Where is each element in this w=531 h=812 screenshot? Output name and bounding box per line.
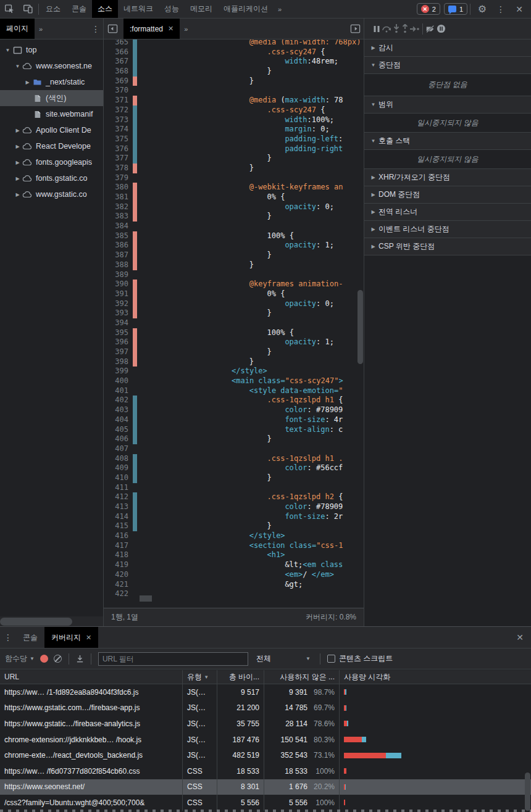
debugger-section-header[interactable]: ▶CSP 위반 중단점 [364,238,531,255]
line-number[interactable]: 398 [104,357,128,367]
tab-performance[interactable]: 성능 [159,0,185,18]
debugger-section-header[interactable]: ▼호출 스택 [364,133,531,150]
close-file-tab-icon[interactable]: ✕ [168,25,174,33]
debugger-section-header[interactable]: ▶XHR/가져오기 중단점 [364,169,531,186]
line-number[interactable]: 368 [104,67,128,77]
show-debugger-icon[interactable] [346,19,364,39]
line-number[interactable]: 380 [104,183,128,193]
line-number[interactable]: 383 [104,212,128,222]
line-number[interactable]: 384 [104,222,128,231]
line-number[interactable]: 379 [104,173,128,183]
line-number[interactable]: 420 [104,570,128,580]
line-number[interactable]: 403 [104,405,128,415]
inspect-element-icon[interactable] [0,0,19,18]
tree-expanded-arrow-icon[interactable]: ▼ [14,64,22,69]
line-number[interactable]: 365 [104,39,128,48]
step-icon[interactable] [410,26,420,32]
line-number[interactable]: 377 [104,154,128,164]
line-number[interactable]: 390 [104,280,128,289]
navigator-more-tabs-chevron[interactable]: » [35,25,47,33]
line-number[interactable]: 411 [104,483,128,493]
error-badge[interactable]: ✕ 2 [417,3,440,15]
navigator-hscrollbar-thumb[interactable] [0,618,72,626]
tree-item[interactable]: ▶fonts.gstatic.co [0,170,103,186]
line-number[interactable]: 378 [104,164,128,173]
coverage-table-row[interactable]: https://ww… /1-fd892ea8a89404f3fdc6.jsJS… [0,684,531,700]
more-options-icon[interactable]: ⋮ [491,0,510,18]
line-number[interactable]: 396 [104,338,128,347]
more-tabs-chevron[interactable]: » [274,6,286,13]
coverage-table-row[interactable]: https://ww… /f6d07377d802f854cb60.cssCSS… [0,763,531,779]
line-number[interactable]: 422 [104,589,128,599]
url-filter-input[interactable] [98,652,248,666]
tree-collapsed-arrow-icon[interactable]: ▶ [14,176,22,181]
code-scroll-area[interactable]: 365@media (min-width: 768px)366.css-scy2… [104,39,364,608]
line-number[interactable]: 397 [104,347,128,357]
clear-coverage-icon[interactable] [54,655,62,663]
line-number[interactable]: 376 [104,144,128,154]
line-number[interactable]: 394 [104,318,128,328]
tree-item[interactable]: ▼top [0,42,103,58]
col-usage-viz[interactable]: 사용량 시각화 [340,670,531,684]
tree-item[interactable]: ▼www.seonest.ne [0,58,103,74]
line-number[interactable]: 421 [104,580,128,590]
tree-collapsed-arrow-icon[interactable]: ▶ [14,192,22,197]
issues-badge[interactable]: 1 [444,3,467,15]
line-number[interactable]: 408 [104,454,128,464]
line-number[interactable]: 410 [104,473,128,483]
tab-formatted-file[interactable]: :formatted ✕ [123,19,180,39]
editor-more-tabs-chevron[interactable]: » [180,25,192,33]
debugger-section-header[interactable]: ▶전역 리스너 [364,204,531,221]
tree-item[interactable]: ▶React Develope [0,138,103,154]
editor-hscrollbar-thumb[interactable] [140,595,152,602]
tab-elements[interactable]: 요소 [40,0,66,18]
line-number[interactable]: 375 [104,135,128,144]
tree-item[interactable]: ▶Apollo Client De [0,122,103,138]
close-devtools-icon[interactable]: ✕ [510,0,529,18]
step-over-icon[interactable] [382,25,391,33]
tree-collapsed-arrow-icon[interactable]: ▶ [14,144,22,149]
pause-on-exceptions-icon[interactable] [437,24,446,33]
col-url[interactable]: URL [0,670,183,684]
line-number[interactable]: 372 [104,106,128,115]
coverage-table-row[interactable]: https://www.gstatic…/firebase-analytics.… [0,716,531,732]
tab-page[interactable]: 페이지 [0,19,35,39]
line-number[interactable]: 389 [104,270,128,280]
line-number[interactable]: 373 [104,115,128,125]
tree-item[interactable]: ▶_next/static [0,74,103,90]
col-type[interactable]: 유형 ▼ [183,670,217,684]
line-number[interactable]: 401 [104,386,128,396]
line-number[interactable]: 386 [104,241,128,251]
tree-item[interactable]: ▶site.webmanif [0,106,103,122]
coverage-table-row[interactable]: https://www.seonest.net/CSS8 3011 67620.… [0,779,531,795]
line-number[interactable]: 419 [104,560,128,570]
tree-expanded-arrow-icon[interactable]: ▼ [4,48,12,53]
tree-item[interactable]: ▶(색인) [0,90,103,106]
tree-collapsed-arrow-icon[interactable]: ▶ [23,80,31,85]
drawer-menu-icon[interactable]: ⋮ [0,632,16,642]
line-number[interactable]: 374 [104,125,128,135]
line-number[interactable]: 414 [104,512,128,522]
line-number[interactable]: 416 [104,531,128,541]
line-number[interactable]: 407 [104,444,128,454]
line-number[interactable]: 393 [104,309,128,318]
line-number[interactable]: 413 [104,502,128,512]
line-number[interactable]: 412 [104,492,128,502]
line-number[interactable]: 371 [104,96,128,106]
debugger-section-header[interactable]: ▼범위 [364,96,531,114]
line-number[interactable]: 404 [104,415,128,425]
line-number[interactable]: 387 [104,251,128,260]
device-toolbar-icon[interactable] [19,0,37,18]
debugger-section-header[interactable]: ▶감시 [364,39,531,57]
close-drawer-icon[interactable]: ✕ [509,632,531,642]
tab-application[interactable]: 애플리케이션 [218,0,274,18]
coverage-table-row[interactable]: chrome-extension://jdkknkkbeb… /hook.jsJ… [0,732,531,748]
line-number[interactable]: 370 [104,86,128,96]
tab-sources[interactable]: 소스 [92,0,118,18]
line-number[interactable]: 388 [104,260,128,270]
line-number[interactable]: 409 [104,463,128,473]
line-number[interactable]: 417 [104,541,128,551]
tab-network[interactable]: 네트워크 [118,0,159,18]
tab-console[interactable]: 콘솔 [66,0,92,18]
line-number[interactable]: 367 [104,57,128,67]
